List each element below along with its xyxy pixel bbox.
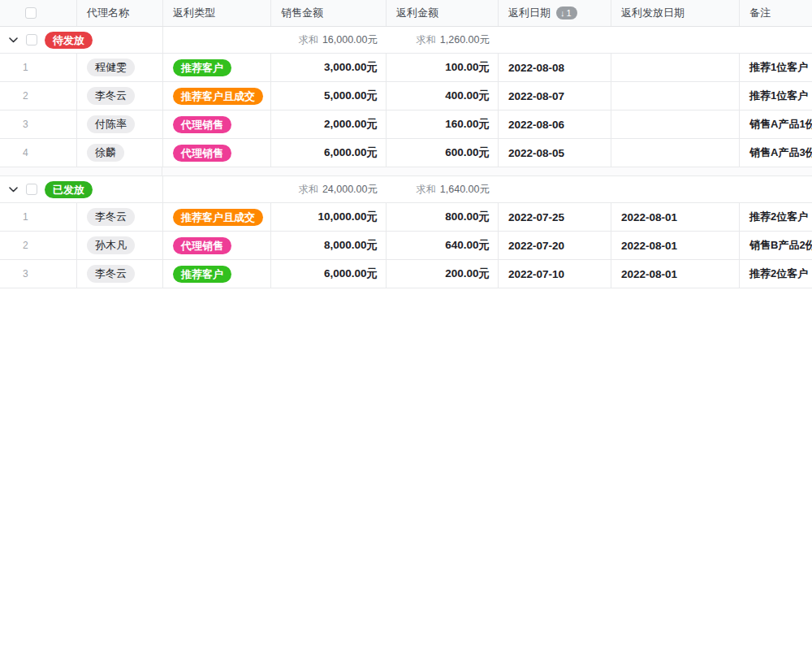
remark-cell[interactable]: 销售A产品3份: [739, 139, 812, 167]
group-header-left: 待发放: [0, 27, 162, 53]
column-header-agent-name[interactable]: 代理名称: [76, 0, 162, 26]
rebate-date-cell[interactable]: 2022-08-07: [498, 82, 611, 110]
table-row[interactable]: 3 付陈率 代理销售 2,000.00元 160.00元 2022-08-06 …: [0, 110, 812, 139]
sales-sum-cell[interactable]: 求和 24,000.00元: [270, 176, 386, 202]
table-header-row: 代理名称 返利类型 销售金额 返利金额 返利日期 ↓ 1 返利发放日期 备注: [0, 0, 812, 27]
column-header-rebate-amount[interactable]: 返利金额: [386, 0, 498, 26]
group-header-row-pending[interactable]: 待发放 求和 16,000.00元 求和 1,260.00元: [0, 27, 812, 54]
remark-cell[interactable]: 推荐1位客户: [739, 54, 812, 81]
rebate-amount-cell[interactable]: 200.00元: [386, 260, 498, 288]
group-select-checkbox[interactable]: [26, 184, 37, 195]
sum-value: 1,640.00元: [440, 183, 490, 197]
rebate-sum-cell[interactable]: 求和 1,260.00元: [386, 27, 498, 53]
group-header-row-issued[interactable]: 已发放 求和 24,000.00元 求和 1,640.00元: [0, 176, 812, 203]
column-label: 销售金额: [281, 6, 323, 20]
row-number: 2: [0, 232, 76, 259]
rebate-type-cell[interactable]: 代理销售: [162, 110, 270, 138]
column-header-sales-amount[interactable]: 销售金额: [270, 0, 386, 26]
row-number: 1: [0, 203, 76, 231]
remark-cell[interactable]: 推荐2位客户: [739, 203, 812, 231]
rebate-amount-cell[interactable]: 160.00元: [386, 110, 498, 138]
column-header-rebate-type[interactable]: 返利类型: [162, 0, 270, 26]
sales-amount-cell[interactable]: 3,000.00元: [270, 54, 386, 81]
sum-value: 24,000.00元: [322, 183, 378, 197]
row-number: 3: [0, 260, 76, 288]
agent-name-cell[interactable]: 孙木凡: [76, 232, 162, 259]
agent-name-cell[interactable]: 程健雯: [76, 54, 162, 81]
rebate-type-cell[interactable]: 推荐客户: [162, 260, 270, 288]
group-summary-spacer: [162, 176, 270, 202]
column-label: 代理名称: [87, 6, 129, 20]
rebate-date-cell[interactable]: 2022-07-25: [498, 203, 611, 231]
row-number: 3: [0, 110, 76, 138]
sales-amount-cell[interactable]: 6,000.00元: [270, 139, 386, 167]
rebate-type-cell[interactable]: 代理销售: [162, 139, 270, 167]
rebate-date-cell[interactable]: 2022-07-20: [498, 232, 611, 259]
agent-name-cell[interactable]: 徐麟: [76, 139, 162, 167]
agent-name-cell[interactable]: 付陈率: [76, 110, 162, 138]
sales-amount-cell[interactable]: 5,000.00元: [270, 82, 386, 110]
rebate-amount-cell[interactable]: 400.00元: [386, 82, 498, 110]
column-header-rebate-date[interactable]: 返利日期 ↓ 1: [498, 0, 611, 26]
agent-name-cell[interactable]: 李冬云: [76, 260, 162, 288]
table-row[interactable]: 4 徐麟 代理销售 6,000.00元 600.00元 2022-08-05 销…: [0, 139, 812, 167]
sales-sum-cell[interactable]: 求和 16,000.00元: [270, 27, 386, 53]
table-row[interactable]: 1 李冬云 推荐客户且成交 10,000.00元 800.00元 2022-07…: [0, 203, 812, 232]
remark-cell[interactable]: 推荐1位客户: [739, 82, 812, 110]
agent-name-cell[interactable]: 李冬云: [76, 203, 162, 231]
agent-name-tag: 孙木凡: [87, 236, 135, 254]
rebate-date-cell[interactable]: 2022-08-06: [498, 110, 611, 138]
rebate-amount-cell[interactable]: 100.00元: [386, 54, 498, 81]
rebate-type-cell[interactable]: 代理销售: [162, 232, 270, 259]
rebate-amount-cell[interactable]: 600.00元: [386, 139, 498, 167]
remark-cell[interactable]: 销售A产品1份: [739, 110, 812, 138]
row-number: 4: [0, 139, 76, 167]
column-label: 返利发放日期: [621, 6, 685, 20]
sum-value: 16,000.00元: [322, 33, 378, 47]
rebate-type-cell[interactable]: 推荐客户且成交: [162, 82, 270, 110]
rebate-amount-cell[interactable]: 640.00元: [386, 232, 498, 259]
rebate-issue-date-cell[interactable]: 2022-08-01: [611, 232, 739, 259]
rebate-sum-cell[interactable]: 求和 1,640.00元: [386, 176, 498, 202]
sort-indicator-badge[interactable]: ↓ 1: [556, 6, 577, 20]
table-row[interactable]: 2 孙木凡 代理销售 8,000.00元 640.00元 2022-07-20 …: [0, 232, 812, 260]
rebate-type-tag: 代理销售: [173, 145, 231, 162]
agent-name-cell[interactable]: 李冬云: [76, 82, 162, 110]
chevron-down-icon[interactable]: [7, 34, 19, 46]
group-header-rest: [498, 27, 812, 53]
agent-name-tag: 付陈率: [87, 115, 135, 133]
group-select-checkbox[interactable]: [26, 34, 37, 46]
remark-cell[interactable]: 推荐2位客户: [739, 260, 812, 288]
table-row[interactable]: 3 李冬云 推荐客户 6,000.00元 200.00元 2022-07-10 …: [0, 260, 812, 288]
rebate-date-cell[interactable]: 2022-08-08: [498, 54, 611, 81]
group-badge: 待发放: [45, 32, 93, 49]
grouped-table: 代理名称 返利类型 销售金额 返利金额 返利日期 ↓ 1 返利发放日期 备注 待…: [0, 0, 812, 650]
column-header-remark[interactable]: 备注: [739, 0, 812, 26]
rebate-issue-date-cell[interactable]: [611, 139, 739, 167]
rebate-type-cell[interactable]: 推荐客户: [162, 54, 270, 81]
select-all-checkbox[interactable]: [25, 7, 37, 19]
sales-amount-cell[interactable]: 8,000.00元: [270, 232, 386, 259]
chevron-down-icon[interactable]: [7, 184, 19, 195]
rebate-issue-date-cell[interactable]: [611, 110, 739, 138]
rebate-type-tag: 代理销售: [173, 116, 231, 133]
column-header-rebate-issue-date[interactable]: 返利发放日期: [611, 0, 739, 26]
sales-amount-cell[interactable]: 2,000.00元: [270, 110, 386, 138]
rebate-issue-date-cell[interactable]: 2022-08-01: [611, 203, 739, 231]
rebate-issue-date-cell[interactable]: [611, 82, 739, 110]
group-badge: 已发放: [45, 181, 93, 198]
rebate-issue-date-cell[interactable]: 2022-08-01: [611, 260, 739, 288]
rebate-type-cell[interactable]: 推荐客户且成交: [162, 203, 270, 231]
table-row[interactable]: 2 李冬云 推荐客户且成交 5,000.00元 400.00元 2022-08-…: [0, 82, 812, 110]
group-summary-spacer: [162, 27, 270, 53]
sales-amount-cell[interactable]: 6,000.00元: [270, 260, 386, 288]
rebate-amount-cell[interactable]: 800.00元: [386, 203, 498, 231]
rebate-date-cell[interactable]: 2022-08-05: [498, 139, 611, 167]
rebate-issue-date-cell[interactable]: [611, 54, 739, 81]
remark-cell[interactable]: 销售B产品2份: [739, 232, 812, 259]
rebate-date-cell[interactable]: 2022-07-10: [498, 260, 611, 288]
table-row[interactable]: 1 程健雯 推荐客户 3,000.00元 100.00元 2022-08-08 …: [0, 54, 812, 82]
rebate-type-tag: 推荐客户且成交: [173, 88, 263, 105]
sales-amount-cell[interactable]: 10,000.00元: [270, 203, 386, 231]
column-label: 返利类型: [173, 6, 215, 20]
